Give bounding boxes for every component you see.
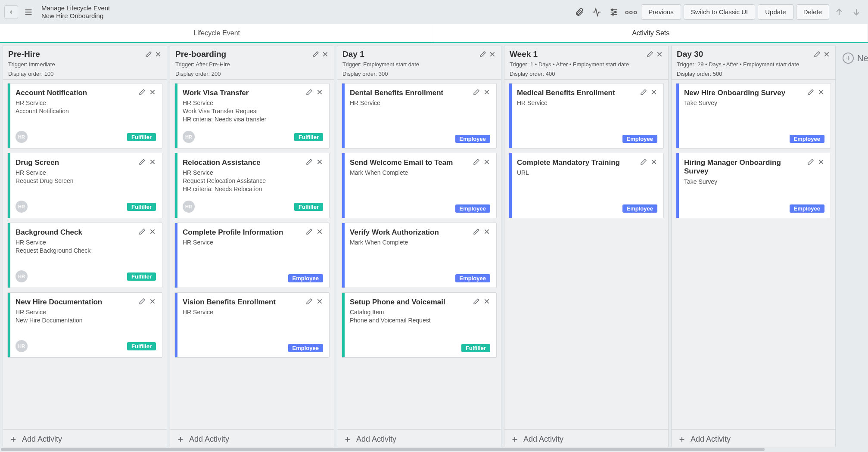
delete-card-button[interactable] [650,89,657,96]
activity-card[interactable]: Account Notification HR ServiceAccount N… [7,83,162,149]
pencil-icon [814,51,821,58]
edit-card-button[interactable] [139,298,146,305]
column-title: Pre-boarding [175,50,226,59]
move-down-button[interactable] [849,5,864,19]
delete-card-button[interactable] [818,89,824,96]
activity-card[interactable]: Background Check HR ServiceRequest Backg… [7,223,162,288]
switch-classic-button[interactable]: Switch to Classic UI [684,4,756,20]
add-activity-button[interactable]: + Add Activity [3,429,167,449]
add-activity-button[interactable]: + Add Activity [170,429,334,449]
delete-column-button[interactable] [823,51,830,58]
delete-card-button[interactable] [483,298,490,305]
activity-button[interactable] [589,5,604,19]
edit-card-button[interactable] [473,228,480,235]
hamburger-icon [24,8,33,16]
activity-card[interactable]: Complete Profile Information HR Service … [174,223,330,288]
delete-card-button[interactable] [149,89,156,96]
activity-card[interactable]: Medical Benefits Enrollment HR Service E… [509,83,664,149]
edit-card-button[interactable] [473,158,480,165]
card-meta: HR Service [350,99,490,107]
add-activity-button[interactable]: + Add Activity [672,429,835,449]
edit-card-button[interactable] [139,158,146,165]
activity-card[interactable]: Hiring Manager Onboarding Survey Take Su… [676,153,831,218]
activity-card[interactable]: Vision Benefits Enrollment HR Service Em… [174,292,330,358]
column-trigger: Trigger: 1 • Days • After • Employment s… [510,61,663,68]
add-activity-button[interactable]: + Add Activity [337,429,501,449]
edit-card-button[interactable] [306,89,313,96]
delete-card-button[interactable] [149,158,156,165]
delete-card-button[interactable] [316,158,323,165]
card-title: New Hire Onboarding Survey [684,89,785,97]
delete-card-button[interactable] [483,228,490,235]
edit-card-button[interactable] [473,298,480,305]
edit-card-button[interactable] [306,158,313,165]
edit-card-button[interactable] [306,298,313,305]
activity-card[interactable]: Complete Mandatory Training URL Employee [509,153,664,218]
column-body[interactable]: Work Visa Transfer HR ServiceWork Visa T… [170,80,334,429]
settings-sliders-button[interactable] [607,5,621,19]
delete-card-button[interactable] [149,228,156,235]
edit-card-button[interactable] [306,228,313,235]
edit-card-button[interactable] [473,89,480,96]
edit-column-button[interactable] [647,51,653,58]
edit-column-button[interactable] [479,51,486,58]
delete-column-button[interactable] [656,51,663,58]
add-activity-button[interactable]: + Add Activity [504,429,668,449]
activity-card[interactable]: Relocation Assistance HR ServiceRequest … [174,153,330,218]
board[interactable]: Pre-Hire Trigger: Immediate Display orde… [0,43,868,452]
column-body[interactable]: New Hire Onboarding Survey Take Survey E… [672,80,835,429]
delete-card-button[interactable] [818,158,824,165]
delete-card-button[interactable] [316,298,323,305]
activity-card[interactable]: Send Welcome Email to Team Mark When Com… [342,153,497,218]
tab-lifecycle-event[interactable]: Lifecycle Event [0,24,434,42]
activity-card[interactable]: Verify Work Authorization Mark When Comp… [342,223,497,288]
audience-badge: Employee [622,135,657,143]
column-body[interactable]: Dental Benefits Enrollment HR Service Em… [337,80,501,429]
card-title: Send Welcome Email to Team [350,158,453,167]
attachments-button[interactable] [572,5,587,19]
delete-card-button[interactable] [650,158,657,165]
edit-card-button[interactable] [807,89,814,96]
edit-column-button[interactable] [814,51,821,58]
activity-card[interactable]: New Hire Onboarding Survey Take Survey E… [676,83,831,149]
move-up-button[interactable] [832,5,846,19]
more-button[interactable]: ooo [624,5,638,19]
activity-card[interactable]: Dental Benefits Enrollment HR Service Em… [342,83,497,149]
activity-card[interactable]: Work Visa Transfer HR ServiceWork Visa T… [174,83,330,149]
card-meta-line: HR criteria: Needs visa transfer [183,115,323,124]
delete-column-button[interactable] [155,51,162,58]
activity-card[interactable]: Drug Screen HR ServiceRequest Drug Scree… [7,153,162,218]
delete-card-button[interactable] [483,158,490,165]
audience-badge: Employee [455,204,490,213]
update-button[interactable]: Update [758,4,793,20]
edit-card-button[interactable] [640,158,647,165]
card-meta-line: Request Background Check [16,247,156,255]
card-meta: Mark When Complete [350,169,490,177]
pencil-icon [807,158,814,165]
previous-button[interactable]: Previous [641,4,681,20]
column-body[interactable]: Medical Benefits Enrollment HR Service E… [504,80,668,429]
tab-activity-sets[interactable]: Activity Sets [434,24,868,42]
edit-card-button[interactable] [139,228,146,235]
delete-column-button[interactable] [322,51,329,58]
delete-card-button[interactable] [316,228,323,235]
column-body[interactable]: Account Notification HR ServiceAccount N… [3,80,167,429]
activity-card[interactable]: New Hire Documentation HR ServiceNew Hir… [7,292,162,358]
card-stripe [8,153,10,218]
activity-card[interactable]: Setup Phone and Voicemail Catalog ItemPh… [342,292,497,358]
edit-card-button[interactable] [139,89,146,96]
menu-button[interactable] [22,5,35,19]
edit-card-button[interactable] [807,158,814,165]
delete-button[interactable]: Delete [796,4,829,20]
back-button[interactable] [4,5,18,19]
delete-card-button[interactable] [316,89,323,96]
delete-card-button[interactable] [149,298,156,305]
edit-card-button[interactable] [640,89,647,96]
new-column-button[interactable]: + New A [838,46,868,71]
delete-column-button[interactable] [489,51,496,58]
edit-column-button[interactable] [312,51,319,58]
horizontal-scrollbar[interactable] [0,447,868,452]
card-meta-line: HR Service [517,99,657,107]
edit-column-button[interactable] [145,51,152,58]
delete-card-button[interactable] [483,89,490,96]
